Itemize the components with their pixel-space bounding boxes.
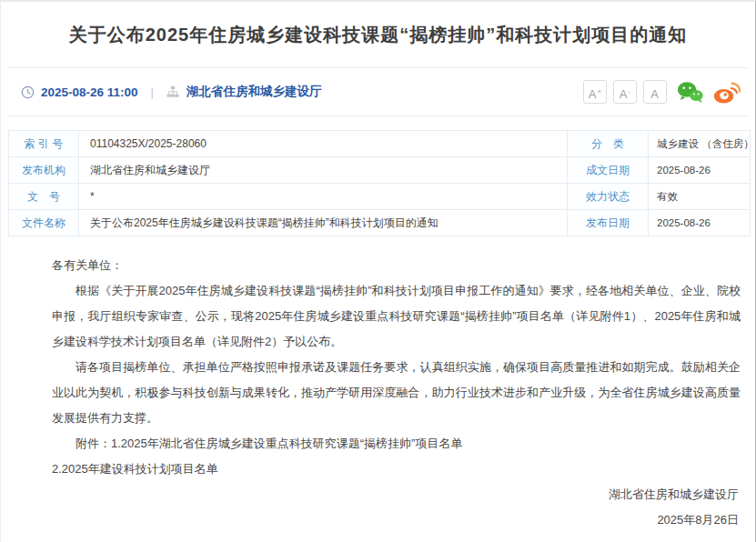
sitemap-icon [166,85,179,98]
page-title: 关于公布2025年住房城乡建设科技课题“揭榜挂帅”和科技计划项目的通知 [37,22,719,47]
notice-page: 关于公布2025年住房城乡建设科技课题“揭榜挂帅”和科技计划项目的通知 2025… [0,0,756,542]
clock-icon [21,85,35,99]
font-size-reset-button[interactable]: A [643,80,667,104]
wechat-icon[interactable] [677,81,703,104]
salutation: 各有关单位： [52,253,741,278]
attachment-item-1: 附件：1.2025年湖北省住房城乡建设重点科技研究课题“揭榜挂帅”项目名单 [52,431,741,457]
table-row: 文件名称 关于公布2025年住房城乡建设科技课题“揭榜挂帅”和科技计划项目的通知… [9,210,751,236]
info-label-validity-status: 效力状态 [568,184,649,210]
document-info-table: 索 引 号 01104325X/2025-28060 分 类 城乡建设 （含住房… [8,130,751,236]
info-label-issuing-agency: 发布机构 [9,157,79,184]
table-row: 发布机构 湖北省住房和城乡建设厅 成文日期 2025-08-26 [9,157,751,184]
table-row: 索 引 号 01104325X/2025-28060 分 类 城乡建设 （含住房… [9,131,751,157]
publish-datetime: 2025-08-26 11:00 [41,85,138,99]
info-value-publish-date: 2025-08-26 [649,210,751,236]
meta-right: A+ A- A [577,80,741,104]
paragraph-2: 请各项目揭榜单位、承担单位严格按照申报承诺及课题任务要求，认真组织实施，确保项目… [52,355,741,431]
info-label-publish-date: 发布日期 [568,210,649,236]
font-size-increase-button[interactable]: A+ [583,80,607,104]
weibo-icon[interactable] [713,80,741,104]
meta-left: 2025-08-26 11:00 | 湖北省住房和城乡建设厅 [21,84,322,100]
divider [8,115,748,116]
info-value-doc-no: * [79,184,568,210]
signature-agency: 湖北省住房和城乡建设厅 [52,482,741,507]
signature-date: 2025年8月26日 [52,507,741,533]
meta-bar: 2025-08-26 11:00 | 湖北省住房和城乡建设厅 A+ A- A [1,68,755,115]
paragraph-1: 根据《关于开展2025年住房城乡建设科技课题“揭榜挂帅”和科技计划项目申报工作的… [52,278,741,355]
info-value-category: 城乡建设 （含住房） [649,131,751,157]
info-value-written-date: 2025-08-26 [649,157,751,184]
table-row: 文 号 * 效力状态 有效 [9,184,751,210]
info-value-file-name: 关于公布2025年住房城乡建设科技课题“揭榜挂帅”和科技计划项目的通知 [79,210,568,236]
info-value-issuing-agency: 湖北省住房和城乡建设厅 [79,157,568,184]
info-value-validity-status: 有效 [649,184,751,210]
attachment-item-2: 2.2025年建设科技计划项目名单 [52,457,741,482]
info-label-category: 分 类 [568,131,649,157]
info-value-index-no: 01104325X/2025-28060 [79,131,568,157]
info-label-doc-no: 文 号 [9,184,79,210]
info-label-file-name: 文件名称 [9,210,79,236]
info-label-written-date: 成文日期 [568,157,649,184]
font-size-decrease-button[interactable]: A- [613,80,637,104]
info-label-index-no: 索 引 号 [9,131,79,157]
source-agency-link[interactable]: 湖北省住房和城乡建设厅 [186,84,322,100]
article-body: 各有关单位： 根据《关于开展2025年住房城乡建设科技课题“揭榜挂帅”和科技计划… [1,236,755,533]
meta-separator: | [151,85,155,99]
